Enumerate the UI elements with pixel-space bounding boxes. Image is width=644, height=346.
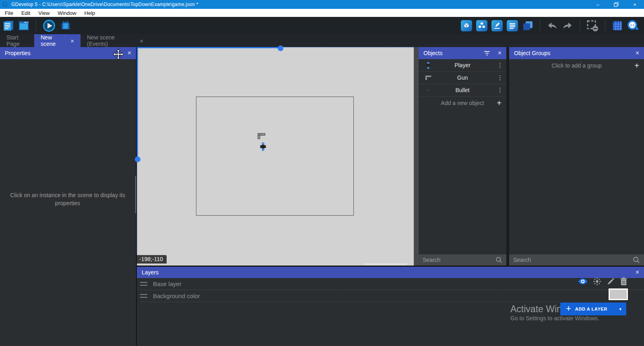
toolbar-separator [36, 20, 36, 31]
undo-icon [547, 21, 557, 31]
panel-divider[interactable] [414, 47, 419, 266]
gun-sprite-icon [258, 133, 265, 139]
zoom-original-button[interactable]: 1:1 [627, 20, 639, 32]
edit-scene-properties-button[interactable] [491, 20, 503, 31]
preview-window-button[interactable] [18, 20, 29, 31]
gun-instance[interactable] [258, 133, 265, 141]
search-icon [633, 256, 640, 264]
gdevelop-logo-icon [2, 2, 8, 7]
tab-label: New scene [41, 34, 65, 47]
object-groups-panel-header: Object Groups × [509, 47, 644, 59]
open-layers-panel-button[interactable] [522, 20, 533, 31]
toolbar-separator [580, 20, 580, 31]
menu-view[interactable]: View [34, 10, 54, 16]
groups-search-input[interactable] [513, 257, 633, 263]
layer-edit-pencil-icon[interactable] [607, 278, 615, 286]
groups-search-box [509, 254, 644, 266]
minimize-button[interactable]: – [588, 0, 607, 9]
layer-name: Base layer [153, 280, 182, 287]
drag-handle-icon[interactable] [140, 294, 147, 298]
canvas-vscrollbar-line [137, 47, 138, 157]
deselect-icon [586, 20, 599, 32]
object-row-gun[interactable]: Gun ⋮ [419, 72, 506, 84]
close-icon[interactable]: × [498, 50, 502, 56]
object-groups-panel-icon [477, 21, 486, 30]
open-objects-panel-button[interactable] [461, 20, 472, 31]
canvas-hscrollbar-thumb[interactable] [278, 45, 283, 51]
play-icon [43, 19, 56, 32]
menu-help[interactable]: Help [80, 10, 99, 16]
cursor-coordinates-badge: -198;-110 [137, 255, 167, 264]
restore-button[interactable] [607, 0, 625, 9]
layer-row-separator [140, 302, 559, 302]
tab-label: Start Page [6, 34, 28, 47]
zoom-1to1-icon: 1:1 [627, 20, 639, 32]
object-row-player[interactable]: Player ⋮ [419, 59, 506, 72]
menu-file[interactable]: File [1, 10, 17, 16]
canvas-bottom-scroll-piece [364, 263, 407, 265]
objects-search-input[interactable] [423, 257, 495, 263]
tab-close-icon[interactable]: × [70, 38, 74, 44]
canvas-vscrollbar-thumb[interactable] [135, 157, 140, 162]
tab-new-scene-events[interactable]: New scene (Events) × [80, 34, 150, 47]
menu-window[interactable]: Window [54, 10, 80, 16]
add-new-object-row[interactable]: Add a new object + [419, 97, 506, 109]
clear-selection-button[interactable] [586, 20, 599, 32]
open-instances-list-button[interactable] [507, 20, 518, 31]
toolbar-separator [540, 20, 540, 31]
scene-window-bounds [196, 97, 354, 216]
move-cursor-icon [113, 49, 124, 60]
instances-list-icon [508, 21, 517, 30]
add-new-object-label: Add a new object [419, 100, 506, 106]
undo-button[interactable] [547, 20, 558, 31]
tab-new-scene[interactable]: New scene × [34, 34, 80, 47]
bullet-thumbnail-icon [424, 89, 432, 91]
menubar: File Edit View Window Help [0, 9, 644, 17]
close-window-button[interactable]: × [625, 0, 644, 9]
caret-down-icon[interactable]: ▾ [619, 307, 621, 312]
object-groups-panel-title: Object Groups [514, 50, 550, 56]
activate-windows-watermark-subtext: Go to Settings to activate Windows. [510, 315, 599, 321]
object-menu-kebab-icon[interactable]: ⋮ [497, 74, 503, 81]
toolbar-separator [605, 20, 605, 31]
layer-row-background-color[interactable]: Background color [137, 290, 644, 302]
layer-effects-icon[interactable] [593, 277, 601, 286]
filter-icon[interactable] [484, 50, 490, 56]
layer-delete-trash-icon[interactable] [620, 277, 627, 286]
close-icon[interactable]: × [636, 269, 639, 276]
debug-button[interactable] [60, 20, 72, 32]
canvas-vscrollbar-dotted [137, 163, 138, 266]
pencil-blue-icon [493, 21, 502, 30]
layer-visibility-eye-icon[interactable] [578, 278, 588, 285]
close-icon[interactable]: × [636, 50, 639, 56]
play-preview-button[interactable] [43, 19, 56, 32]
object-row-bullet[interactable]: Bullet ⋮ [419, 84, 506, 97]
close-icon[interactable]: × [128, 50, 131, 56]
object-menu-kebab-icon[interactable]: ⋮ [497, 86, 503, 94]
scene-canvas[interactable]: -198;-110 [137, 47, 414, 266]
player-instance[interactable] [260, 142, 266, 152]
tab-label: New scene (Events) [87, 34, 134, 47]
tab-close-icon[interactable]: × [140, 38, 143, 44]
drag-handle-icon[interactable] [140, 282, 147, 286]
zoom-1to1-label: 1:1 [630, 23, 635, 27]
project-manager-button[interactable] [3, 20, 14, 31]
background-color-swatch[interactable] [609, 288, 628, 300]
layers-panel-icon [522, 20, 533, 31]
layer-row-base[interactable]: Base layer [137, 278, 644, 290]
tab-start-page[interactable]: Start Page [0, 34, 34, 47]
canvas-hscrollbar-dotted [284, 47, 414, 48]
gun-thumbnail-icon [424, 75, 432, 80]
toolbar: 1:1 [0, 17, 644, 34]
add-group-row[interactable]: Click to add a group + [509, 59, 644, 72]
open-object-groups-panel-button[interactable] [476, 20, 487, 31]
add-layer-button[interactable]: + ADD A LAYER ▾ [560, 303, 626, 315]
plus-icon: + [634, 62, 639, 70]
redo-button[interactable] [562, 20, 573, 31]
layers-panel-header: Layers × [137, 267, 644, 278]
layers-panel-title: Layers [142, 269, 159, 276]
objects-panel-header: Objects × [419, 47, 506, 59]
menu-edit[interactable]: Edit [17, 10, 34, 16]
object-menu-kebab-icon[interactable]: ⋮ [497, 62, 503, 69]
toggle-grid-button[interactable] [612, 20, 623, 31]
